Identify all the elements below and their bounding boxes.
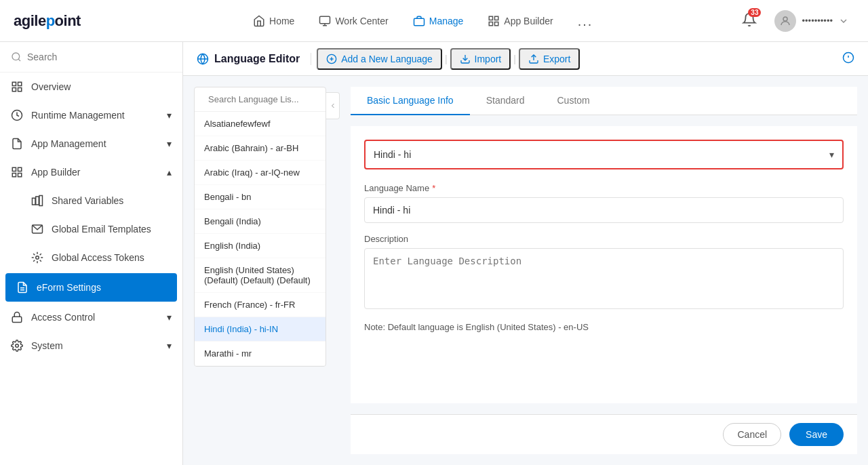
save-button[interactable]: Save [789,423,844,446]
export-label: Export [543,54,570,64]
nav-app-builder[interactable]: App Builder [478,9,562,33]
grid-icon [488,15,500,27]
overview-icon [11,81,23,93]
nav-home[interactable]: Home [243,9,304,33]
list-item[interactable]: Bengali - bn [195,185,326,209]
sidebar-search-input[interactable] [27,52,172,62]
header-actions: Add a New Language | Import | Export [317,48,580,70]
list-item[interactable]: Arabic (Iraq) - ar-IQ-new [195,161,326,185]
top-nav: agilepoint Home Work Center Manage App B… [0,0,868,42]
description-label: Description [364,234,844,244]
cancel-button[interactable]: Cancel [723,423,781,446]
tab-standard[interactable]: Standard [470,87,541,115]
runtime-icon [11,109,23,121]
svg-rect-6 [490,22,493,25]
svg-rect-5 [495,16,498,20]
lock-icon [11,311,23,323]
import-icon [460,54,471,64]
tab-custom[interactable]: Custom [540,87,606,115]
svg-rect-19 [18,174,22,177]
nav-manage[interactable]: Manage [403,9,473,33]
collapse-panel-button[interactable] [326,92,340,119]
info-icon[interactable] [842,52,854,66]
sidebar-item-app-builder[interactable]: App Builder ▴ [0,158,182,186]
list-item[interactable]: Marathi - mr [195,342,326,366]
sidebar-item-app-builder-label: App Builder [31,167,80,178]
add-language-button[interactable]: Add a New Language [317,48,442,70]
sidebar-item-eform-settings[interactable]: eForm Settings [5,273,177,302]
page-header: Language Editor Add a New Language | Imp… [183,42,868,76]
svg-rect-17 [18,167,22,171]
nav-work-center[interactable]: Work Center [309,9,397,33]
page-title: Language Editor [214,53,300,65]
tokens-icon [31,251,43,264]
chevron-up-icon: ▴ [167,167,172,178]
list-item[interactable]: Arabic (Bahrain) - ar-BH [195,136,326,161]
list-item[interactable]: French (France) - fr-FR [195,293,326,317]
sidebar-item-runtime-label: Runtime Management [31,110,125,121]
svg-rect-20 [33,198,36,205]
sidebar-item-access-control[interactable]: Access Control ▾ [0,303,182,331]
sidebar-item-overview[interactable]: Overview [0,73,182,101]
sidebar-item-shared-vars-label: Shared Variables [52,195,123,206]
language-list-panel: Alsatianefewfewf Arabic (Bahrain) - ar-B… [194,87,326,367]
nav-more[interactable]: ... [568,9,603,33]
avatar [774,10,796,32]
list-item[interactable]: Alsatianefewfewf [195,112,326,136]
sidebar-item-system[interactable]: System ▾ [0,331,182,360]
editor-panel: Basic Language Info Standard Custom Hind… [351,87,857,454]
list-item[interactable]: Bengali (India) [195,209,326,234]
list-item[interactable]: English (United States) (Default) (Defau… [195,258,326,293]
chevron-down-icon: ▾ [167,312,172,323]
svg-rect-22 [39,196,43,206]
divider: | [513,54,516,64]
sidebar-item-global-email-templates[interactable]: Global Email Templates [0,215,182,243]
list-item-selected[interactable]: Hindi (India) - hi-IN [195,317,326,342]
email-icon [31,223,43,235]
sidebar-item-shared-variables[interactable]: Shared Variables [0,186,182,215]
sidebar-item-system-label: System [31,340,63,351]
export-button[interactable]: Export [519,48,580,70]
language-dropdown-wrapper: Hindi - hi ▾ [364,140,844,169]
svg-rect-3 [414,18,424,26]
nav-manage-label: Manage [429,16,464,26]
description-textarea[interactable] [364,248,844,309]
list-item[interactable]: English (India) [195,234,326,258]
main-layout: Overview Runtime Management ▾ App Manage… [0,42,868,465]
more-icon: ... [578,14,593,28]
chevron-down-icon: ▾ [167,340,172,351]
language-dropdown[interactable]: Hindi - hi [374,141,829,168]
editor-tabs: Basic Language Info Standard Custom [351,87,857,115]
svg-point-9 [12,53,20,60]
svg-rect-14 [18,88,22,92]
tab-basic-info[interactable]: Basic Language Info [351,87,470,115]
language-search-input[interactable] [208,94,322,104]
divider: | [445,54,448,64]
sidebar-item-app-management[interactable]: App Management ▾ [0,129,182,158]
import-button[interactable]: Import [450,48,511,70]
import-label: Import [475,54,502,64]
notification-button[interactable]: 33 [738,8,761,33]
sidebar-item-overview-label: Overview [31,81,71,92]
briefcase-icon [413,15,425,27]
chevron-down-icon: ▾ [167,110,172,121]
nav-app-builder-label: App Builder [504,16,553,26]
user-menu-button[interactable]: •••••••••• [769,7,854,35]
home-icon [253,15,265,27]
svg-rect-12 [18,82,22,85]
logo-text: agilepoint [14,12,81,30]
sidebar-item-runtime-management[interactable]: Runtime Management ▾ [0,101,182,129]
svg-rect-27 [12,317,22,322]
chevron-down-icon: ▾ [829,149,834,160]
nav-right: 33 •••••••••• [738,7,854,35]
sidebar-item-eform-settings-label: eForm Settings [37,282,101,293]
language-name-input[interactable] [364,197,844,223]
svg-rect-13 [12,88,16,92]
add-icon [326,54,337,64]
sidebar-item-global-access-tokens[interactable]: Global Access Tokens [0,243,182,272]
user-name: •••••••••• [802,16,833,26]
language-items-list: Alsatianefewfewf Arabic (Bahrain) - ar-B… [195,112,326,366]
add-language-label: Add a New Language [341,54,433,64]
required-indicator: * [432,183,435,193]
logo: agilepoint [14,12,81,30]
